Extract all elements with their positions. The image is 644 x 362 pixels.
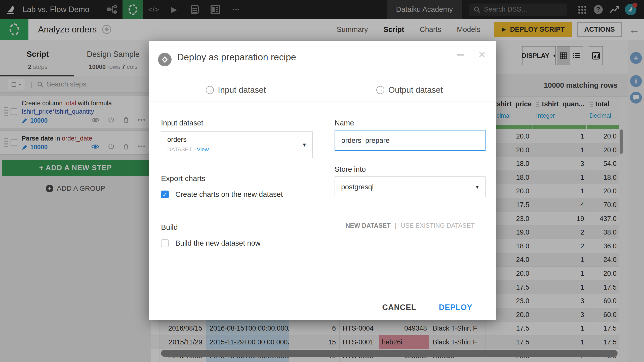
close-icon[interactable]: ✕ xyxy=(478,50,486,60)
output-dataset-header: → Output dataset xyxy=(323,78,496,102)
minimize-icon[interactable] xyxy=(457,54,464,56)
dataset-mode-links: NEW DATASET | USE EXISTING DATASET xyxy=(335,222,486,229)
create-charts-label: Create charts on the new dataset xyxy=(175,190,283,199)
chevron-down-icon: ▼ xyxy=(302,142,307,148)
output-arrow-icon: → xyxy=(376,86,384,94)
input-dataset-label: Input dataset xyxy=(161,119,203,127)
deploy-recipe-modal: Deploy as preparation recipe ✕ → Input d… xyxy=(149,41,496,320)
build-now-checkbox[interactable] xyxy=(161,239,169,247)
input-dataset-header: → Input dataset xyxy=(149,78,323,102)
export-charts-label: Export charts xyxy=(161,174,206,183)
new-dataset-link[interactable]: NEW DATASET xyxy=(345,222,391,229)
chevron-down-icon: ▼ xyxy=(475,184,480,190)
create-charts-checkbox[interactable]: ✓ xyxy=(161,191,169,198)
build-label: Build xyxy=(161,223,178,232)
modal-column-divider xyxy=(323,102,323,295)
input-dataset-select[interactable]: orders DATASET - View ▼ xyxy=(161,131,313,158)
recipe-icon xyxy=(158,53,172,66)
use-existing-dataset-link[interactable]: USE EXISTING DATASET xyxy=(401,222,475,229)
modal-title: Deploy as preparation recipe xyxy=(177,52,296,63)
modal-header: Deploy as preparation recipe ✕ xyxy=(149,41,496,78)
input-arrow-icon: → xyxy=(206,86,214,94)
build-now-label: Build the new dataset now xyxy=(175,239,261,247)
cancel-button[interactable]: CANCEL xyxy=(382,303,416,312)
store-into-select[interactable]: postgresql ▼ xyxy=(335,176,486,197)
store-into-label: Store into xyxy=(335,165,366,173)
output-name-input[interactable] xyxy=(335,130,486,151)
deploy-button[interactable]: DEPLOY xyxy=(439,303,472,312)
modal-footer: CANCEL DEPLOY xyxy=(149,295,496,320)
name-label: Name xyxy=(335,119,354,127)
modal-subheader: → Input dataset → Output dataset xyxy=(149,78,496,102)
view-dataset-link[interactable]: View xyxy=(197,146,209,153)
